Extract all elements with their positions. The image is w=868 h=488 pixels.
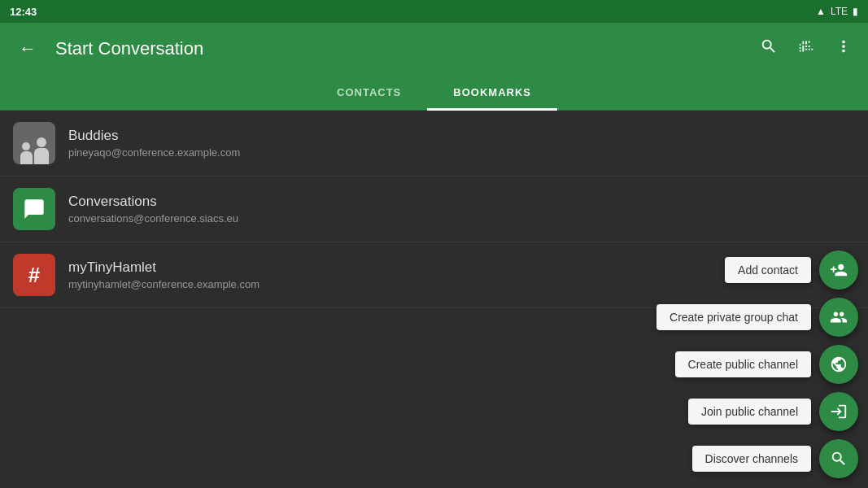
app-bar-actions (757, 37, 855, 60)
contact-name-conversations: Conversations (68, 194, 855, 210)
page-title: Start Conversation (55, 38, 744, 59)
status-time: 12:43 (10, 6, 37, 18)
back-button[interactable]: ← (13, 38, 42, 59)
fab-menu: Add contact Create private group chat Cr… (656, 251, 858, 478)
status-bar: 12:43 ▲ LTE ▮ (0, 0, 868, 23)
fab-item-create-public-channel: Create public channel (675, 345, 858, 384)
create-private-group-label[interactable]: Create private group chat (656, 304, 811, 330)
tab-bookmarks[interactable]: BOOKMARKS (427, 75, 557, 111)
tab-contacts[interactable]: CONTACTS (311, 75, 427, 111)
add-contact-label[interactable]: Add contact (725, 257, 811, 283)
signal-icon: ▲ (816, 6, 826, 17)
create-public-channel-label[interactable]: Create public channel (675, 351, 811, 377)
avatar-mytinyhamlet: # (13, 254, 55, 296)
battery-icon: ▮ (853, 6, 858, 17)
contact-item-conversations[interactable]: Conversations conversations@conference.s… (0, 176, 868, 242)
content-area: Buddies pineyaqo@conference.example.com … (0, 111, 868, 488)
contact-name-buddies: Buddies (68, 128, 855, 144)
contact-address-buddies: pineyaqo@conference.example.com (68, 146, 855, 159)
contact-address-conversations: conversations@conference.siacs.eu (68, 212, 855, 224)
discover-channels-label[interactable]: Discover channels (692, 446, 811, 472)
fab-item-create-private-group: Create private group chat (656, 298, 858, 337)
more-button[interactable] (832, 37, 855, 60)
fab-item-add-contact: Add contact (725, 251, 858, 290)
contact-info-buddies: Buddies pineyaqo@conference.example.com (68, 128, 855, 159)
avatar-buddies (13, 122, 55, 164)
add-contact-button[interactable] (819, 251, 858, 290)
contact-info-conversations: Conversations conversations@conference.s… (68, 194, 855, 224)
fab-item-discover-channels: Discover channels (692, 439, 858, 478)
qr-button[interactable] (795, 37, 818, 60)
fab-item-join-public-channel: Join public channel (688, 392, 858, 431)
create-public-channel-button[interactable] (819, 345, 858, 384)
avatar-conversations (13, 188, 55, 230)
discover-channels-button[interactable] (819, 439, 858, 478)
search-button[interactable] (757, 37, 780, 60)
tabs-bar: CONTACTS BOOKMARKS (0, 75, 868, 111)
create-private-group-button[interactable] (819, 298, 858, 337)
lte-label: LTE (831, 6, 848, 17)
app-bar: ← Start Conversation (0, 23, 868, 75)
status-icons: ▲ LTE ▮ (816, 6, 858, 17)
join-public-channel-button[interactable] (819, 392, 858, 431)
join-public-channel-label[interactable]: Join public channel (688, 399, 811, 425)
contact-item-buddies[interactable]: Buddies pineyaqo@conference.example.com (0, 111, 868, 176)
